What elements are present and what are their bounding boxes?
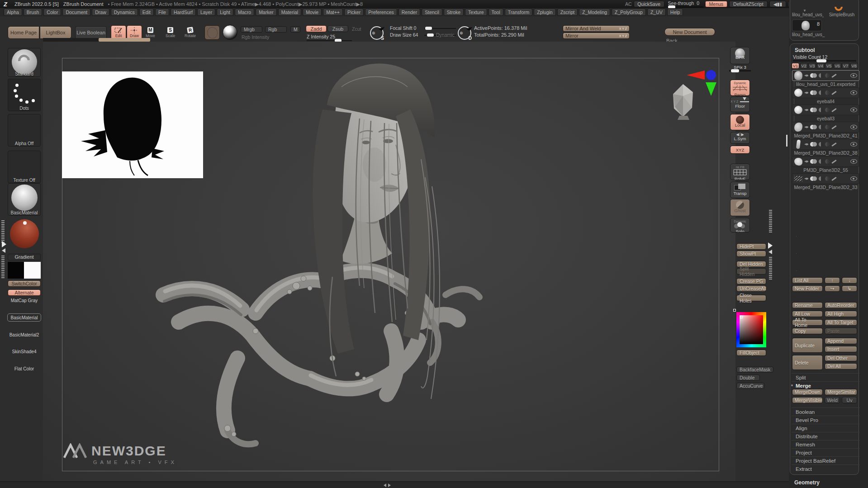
- move-into-folder-button[interactable]: ↳: [842, 285, 857, 292]
- polypaint-brush-icon[interactable]: [804, 178, 808, 180]
- rgb-button[interactable]: Rgb: [265, 26, 287, 33]
- menu-item[interactable]: Alpha: [4, 9, 22, 16]
- lsym-button[interactable]: ◀┆▶ L.Sym: [730, 132, 750, 144]
- menu-item[interactable]: Light: [217, 9, 233, 16]
- right-scroll-strip[interactable]: [769, 209, 772, 232]
- polypaint-color2-icon[interactable]: [812, 108, 817, 112]
- menu-item[interactable]: Marker: [256, 9, 277, 16]
- local-button[interactable]: Local: [730, 114, 750, 130]
- lightbox-strip-handle[interactable]: [99, 38, 150, 42]
- polyf-button[interactable]: ne Fill PolyF: [730, 164, 750, 180]
- alternate-button[interactable]: Alternate: [8, 289, 41, 296]
- fill-object-button[interactable]: FillObject: [736, 350, 766, 356]
- dynamic-brush-icon[interactable]: ⊕D: [458, 26, 471, 40]
- focal-shift-handle[interactable]: [425, 27, 432, 30]
- menus-button[interactable]: Menus: [705, 1, 728, 7]
- polypaint-color2-icon[interactable]: [812, 90, 817, 95]
- panel-scroll-marker[interactable]: [786, 135, 787, 147]
- polypaint-brush-icon[interactable]: [804, 75, 808, 77]
- all-to-target-button[interactable]: All To Target: [825, 319, 857, 326]
- subtool-up-button[interactable]: ↑: [825, 277, 840, 284]
- bpr-button[interactable]: BPR: [730, 47, 750, 64]
- visibility-eye-icon[interactable]: [850, 125, 857, 129]
- polypaint-color2-icon[interactable]: [812, 125, 817, 129]
- new-document-button[interactable]: New Document: [664, 28, 715, 36]
- uv-toggle-icon[interactable]: [819, 90, 823, 95]
- alpha-thumbnail-slot[interactable]: Alpha Off: [8, 114, 41, 147]
- visibility-eye-icon[interactable]: [850, 159, 857, 164]
- variant-tab[interactable]: V6: [834, 63, 841, 69]
- section-row[interactable]: Align: [792, 424, 860, 432]
- menu-item[interactable]: Edit: [139, 9, 154, 16]
- tool-slot1-label[interactable]: lilou_head_uvs_: [792, 12, 824, 17]
- quick-material-item[interactable]: MatCap Gray: [8, 298, 41, 303]
- secondary-color-swatch[interactable]: [24, 262, 41, 279]
- texture-toggle-icon[interactable]: [825, 142, 830, 147]
- uv-toggle-icon[interactable]: [819, 159, 823, 164]
- menu-item[interactable]: Transform: [505, 9, 532, 16]
- edit-subtool-icon[interactable]: [831, 159, 837, 163]
- edit-subtool-icon[interactable]: [831, 142, 837, 146]
- section-row[interactable]: Distribute: [792, 432, 860, 440]
- polypaint-color2-icon[interactable]: [812, 142, 817, 147]
- variant-tab[interactable]: V5: [825, 63, 833, 69]
- solo-button[interactable]: Dynamic Solo: [730, 218, 750, 232]
- del-other-button[interactable]: Del Other: [825, 355, 857, 361]
- zcut-button[interactable]: Zcut: [352, 26, 361, 32]
- edit-subtool-icon[interactable]: [831, 108, 837, 112]
- right-scroll-strip-2[interactable]: [769, 256, 772, 280]
- edit-subtool-icon[interactable]: [831, 90, 837, 95]
- home-page-button[interactable]: Home Page: [8, 26, 39, 39]
- menu-item[interactable]: Material: [278, 9, 301, 16]
- rotate-button[interactable]: R Rotate: [185, 25, 196, 38]
- subtool-down-button[interactable]: ↓: [842, 277, 857, 284]
- live-boolean-button[interactable]: Live Boolean: [75, 26, 107, 39]
- subtool-item[interactable]: eyeball3: [792, 104, 859, 121]
- uv-button[interactable]: Uv: [842, 397, 857, 403]
- showpt-button[interactable]: ShowPt: [736, 251, 766, 257]
- visible-count-slider[interactable]: [793, 60, 856, 62]
- default-zscript-button[interactable]: DefaultZScript: [729, 1, 768, 7]
- polypaint-color2-icon[interactable]: [812, 73, 817, 78]
- polypaint-color2-icon[interactable]: [812, 176, 817, 181]
- menu-item[interactable]: Z_PolyGroup: [612, 9, 646, 16]
- hidept-button[interactable]: HidePt: [736, 243, 766, 250]
- close-holes-button[interactable]: Close Holes: [736, 295, 766, 301]
- quick-material-item[interactable]: Flat Color: [8, 366, 41, 371]
- weld-button[interactable]: Weld: [825, 397, 840, 403]
- menu-item[interactable]: Z_UV: [647, 9, 666, 16]
- focal-shift-slider[interactable]: [424, 28, 456, 29]
- menu-item[interactable]: Zscript: [557, 9, 578, 16]
- subtool-item[interactable]: Merged_PM3D_Plane3D2_41: [792, 122, 859, 138]
- stroke-type-thumbnail[interactable]: Dots: [8, 79, 41, 111]
- backface-mask-button[interactable]: BackfaceMask: [736, 366, 773, 373]
- primary-color-swatch[interactable]: [8, 262, 24, 279]
- menu-item[interactable]: Document: [62, 9, 90, 16]
- insert-button[interactable]: Insert: [825, 346, 857, 352]
- draw-size-handle[interactable]: [427, 33, 434, 37]
- stroke-alpha-thumbnail[interactable]: [204, 25, 220, 40]
- shelf-expand-arrow[interactable]: [768, 242, 773, 249]
- texture-toggle-icon[interactable]: [825, 108, 830, 112]
- duplicate-button[interactable]: Duplicate: [792, 338, 823, 353]
- quick-material-item[interactable]: BasicMaterial2: [8, 332, 41, 337]
- zsub-button[interactable]: Zsub: [327, 25, 348, 32]
- floor-button[interactable]: X Y Z Floor: [730, 97, 750, 112]
- quicksave-button[interactable]: QuickSave: [634, 1, 664, 7]
- mirror-button[interactable]: Mirror X Y Z: [563, 33, 630, 39]
- lightbox-button[interactable]: LightBox: [40, 26, 71, 39]
- menu-item[interactable]: Render: [398, 9, 420, 16]
- mergesimilar-button[interactable]: MergeSimilar: [825, 389, 857, 395]
- bottom-scrollbar[interactable]: [0, 481, 789, 488]
- current-brush-thumbnail[interactable]: Standard: [8, 48, 41, 77]
- tool-slot2-label[interactable]: SimpleBrush: [825, 12, 858, 17]
- lightbox-strip[interactable]: [43, 38, 150, 42]
- polypaint-brush-icon[interactable]: [804, 109, 808, 111]
- menu-item[interactable]: Mat++: [323, 9, 343, 16]
- all-to-home-button[interactable]: All To Home: [792, 319, 823, 326]
- see-through-slider[interactable]: See-through 0: [668, 0, 703, 8]
- sculpt-brush-icon[interactable]: ⊕S: [370, 26, 384, 40]
- polypaint-brush-icon[interactable]: [804, 161, 808, 163]
- variant-tab[interactable]: V4: [817, 63, 825, 69]
- persp-button[interactable]: Dynamic Persp: [730, 80, 750, 96]
